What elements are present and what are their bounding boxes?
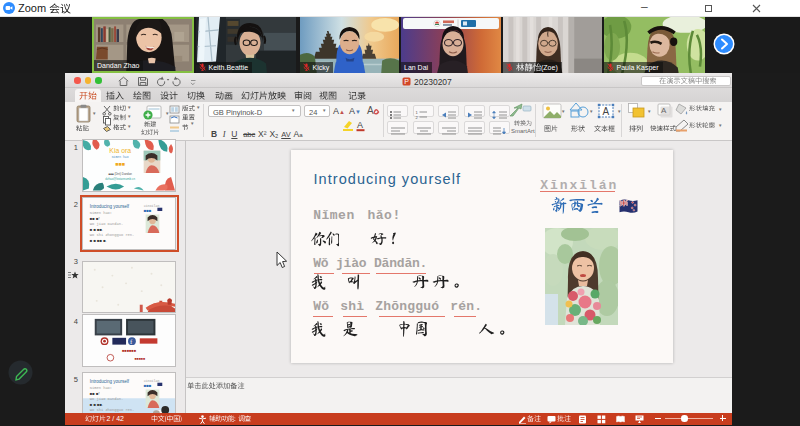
svg-text:Introducing yourself: Introducing yourself [90, 204, 130, 209]
svg-text:■■■: ■■■ [144, 208, 152, 213]
svg-text:Kia ora: Kia ora [109, 147, 131, 154]
svg-text:2: 2 [415, 115, 418, 120]
svg-text:■ ■ ■■.: ■ ■ ■■. [90, 402, 103, 407]
svg-text:■■ ■!: ■■ ■! [90, 216, 100, 221]
svg-text:A: A [603, 106, 610, 117]
svg-text:■■■: ■■■ [144, 383, 152, 388]
svg-text:A: A [661, 106, 667, 115]
svg-text:P: P [404, 78, 409, 85]
svg-text:■■ ■!: ■■ ■! [90, 391, 100, 396]
svg-text:■ ■ ■■ ■.: ■ ■ ■■ ■. [90, 238, 107, 243]
svg-text:■■■■■■: ■■■■■■ [122, 348, 137, 353]
svg-text:■ ■ ■■.: ■ ■ ■■. [90, 227, 103, 232]
svg-text:■■■: ■■■ [115, 161, 125, 167]
svg-text:A: A [367, 105, 374, 116]
svg-text:■■■■■: ■■■■■ [134, 357, 145, 361]
svg-text:dzhao@lexiannumb.cn: dzhao@lexiannumb.cn [105, 177, 135, 181]
svg-text:Wo shi Zhongguo ren.: Wo shi Zhongguo ren. [90, 233, 134, 237]
svg-text:■■■ (Dnt) Dandan: ■■■ (Dnt) Dandan [108, 172, 132, 176]
svg-text:Introducing yourself: Introducing yourself [90, 379, 130, 384]
svg-text:Wo shi Zhongguo ren.: Wo shi Zhongguo ren. [90, 408, 134, 412]
svg-text:Nimen hao: Nimen hao [112, 155, 129, 159]
svg-text:A: A [357, 120, 363, 130]
